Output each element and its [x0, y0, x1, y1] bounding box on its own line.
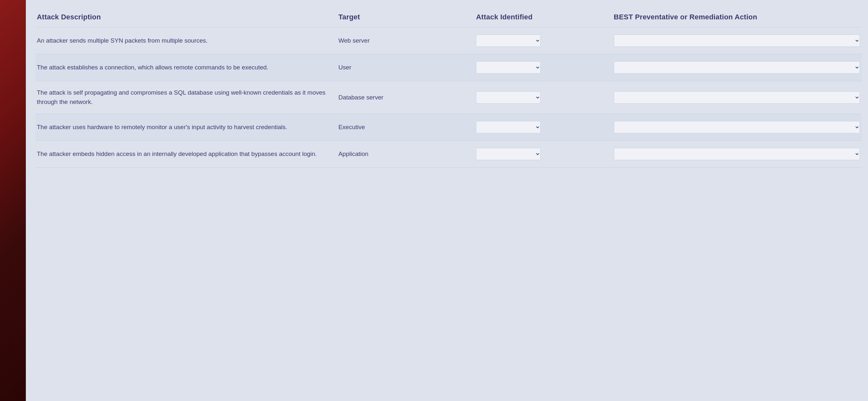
- table-row: The attack establishes a connection, whi…: [35, 54, 862, 81]
- cell-attack-identified: SYN FloodBackdoorWorm/VirusKeyloggerTrap…: [476, 121, 614, 133]
- table-row: The attack is self propagating and compr…: [35, 81, 862, 114]
- attack-identified-select[interactable]: SYN FloodBackdoorWorm/VirusKeyloggerTrap…: [476, 91, 540, 104]
- cell-remediation: Firewall rulesPatch managementIDS/IPSEnc…: [614, 148, 862, 160]
- cell-description: The attacker embeds hidden access in an …: [35, 150, 338, 159]
- cell-description: An attacker sends multiple SYN packets f…: [35, 36, 338, 45]
- cell-target: User: [338, 64, 476, 71]
- cell-target: Application: [338, 150, 476, 158]
- cell-attack-identified: SYN FloodBackdoorWorm/VirusKeyloggerTrap…: [476, 61, 614, 73]
- cell-remediation: Firewall rulesPatch managementIDS/IPSEnc…: [614, 61, 862, 73]
- table-body: An attacker sends multiple SYN packets f…: [35, 27, 862, 167]
- cell-remediation: Firewall rulesPatch managementIDS/IPSEnc…: [614, 121, 862, 133]
- cell-target: Executive: [338, 124, 476, 131]
- cell-description: The attack is self propagating and compr…: [35, 88, 338, 106]
- table-header: Attack Description Target Attack Identif…: [35, 10, 862, 27]
- remediation-select[interactable]: Firewall rulesPatch managementIDS/IPSEnc…: [614, 35, 860, 47]
- attack-identified-select[interactable]: SYN FloodBackdoorWorm/VirusKeyloggerTrap…: [476, 35, 540, 47]
- remediation-select[interactable]: Firewall rulesPatch managementIDS/IPSEnc…: [614, 148, 860, 160]
- attack-identified-select[interactable]: SYN FloodBackdoorWorm/VirusKeyloggerTrap…: [476, 121, 540, 133]
- table-container: Attack Description Target Attack Identif…: [26, 6, 868, 171]
- header-remediation: BEST Preventative or Remediation Action: [614, 13, 862, 21]
- cell-attack-identified: SYN FloodBackdoorWorm/VirusKeyloggerTrap…: [476, 91, 614, 104]
- header-attack-description: Attack Description: [35, 13, 338, 21]
- cell-description: The attacker uses hardware to remotely m…: [35, 123, 338, 132]
- cell-target: Web server: [338, 37, 476, 44]
- attack-identified-select[interactable]: SYN FloodBackdoorWorm/VirusKeyloggerTrap…: [476, 148, 540, 160]
- cell-attack-identified: SYN FloodBackdoorWorm/VirusKeyloggerTrap…: [476, 148, 614, 160]
- cell-remediation: Firewall rulesPatch managementIDS/IPSEnc…: [614, 91, 862, 104]
- main-content: Attack Description Target Attack Identif…: [26, 0, 868, 401]
- table-row: The attacker uses hardware to remotely m…: [35, 114, 862, 141]
- table-row: An attacker sends multiple SYN packets f…: [35, 27, 862, 54]
- remediation-select[interactable]: Firewall rulesPatch managementIDS/IPSEnc…: [614, 91, 860, 104]
- cell-target: Database server: [338, 94, 476, 101]
- header-target: Target: [338, 13, 476, 21]
- cell-description: The attack establishes a connection, whi…: [35, 63, 338, 72]
- header-attack-identified: Attack Identified: [476, 13, 614, 21]
- cell-attack-identified: SYN FloodBackdoorWorm/VirusKeyloggerTrap…: [476, 35, 614, 47]
- remediation-select[interactable]: Firewall rulesPatch managementIDS/IPSEnc…: [614, 121, 860, 133]
- left-decoration: [0, 0, 26, 401]
- table-row: The attacker embeds hidden access in an …: [35, 141, 862, 167]
- attack-identified-select[interactable]: SYN FloodBackdoorWorm/VirusKeyloggerTrap…: [476, 61, 540, 73]
- remediation-select[interactable]: Firewall rulesPatch managementIDS/IPSEnc…: [614, 61, 860, 73]
- cell-remediation: Firewall rulesPatch managementIDS/IPSEnc…: [614, 35, 862, 47]
